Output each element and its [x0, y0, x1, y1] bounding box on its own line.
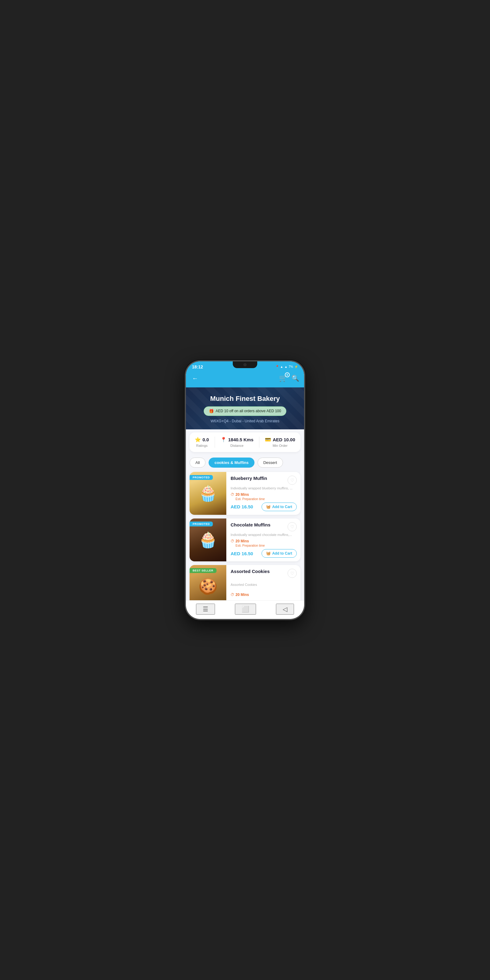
search-button[interactable]: 🔍	[291, 375, 299, 382]
product-info-cookies: Assorted Cookies ♡ Assorted Cookies ⏱ 20…	[226, 565, 301, 600]
notch	[233, 361, 257, 368]
location-icon: 📍	[275, 365, 279, 368]
clock-icon-chocolate: ⏱	[231, 539, 234, 543]
clock-icon-blueberry: ⏱	[231, 492, 234, 497]
back-button[interactable]: ←	[191, 374, 199, 383]
wishlist-button-cookies[interactable]: ♡	[288, 569, 297, 578]
scroll-content[interactable]: Munich Finest Bakery 🎁 AED 10 off on all…	[186, 387, 304, 600]
location-stat-icon: 📍	[221, 437, 227, 442]
prep-mins-chocolate: 20 Mins	[235, 539, 249, 543]
wifi-icon: ▲	[280, 365, 283, 368]
product-image-chocolate: PROMOTED	[189, 519, 226, 562]
battery-text: 7%	[289, 365, 293, 368]
bottom-home-button[interactable]: ⬜	[235, 604, 256, 615]
stats-row: ⭐ 0.0 Ratings 📍 1840.5 Kms Distance	[189, 433, 301, 452]
promo-text: AED 10 off on all orders above AED 100	[216, 409, 281, 413]
gift-icon: 🎁	[209, 409, 214, 414]
product-desc-chocolate: Individually wrapped chocolate muffins,.…	[231, 533, 297, 537]
bakery-title: Munich Finest Bakery	[192, 395, 298, 403]
bottom-back-button[interactable]: ◁	[276, 604, 294, 615]
prep-mins-cookies: 20 Mins	[235, 593, 249, 597]
promoted-badge-chocolate: PROMOTED	[189, 522, 213, 527]
promoted-badge-blueberry: PROMOTED	[189, 475, 213, 480]
product-price-blueberry: AED 16.50	[231, 504, 253, 509]
product-name-cookies: Assorted Cookies	[231, 569, 285, 574]
product-image-cookies: BEST SELLER	[189, 565, 226, 600]
tab-cookies-muffins[interactable]: cookies & Muffins	[208, 458, 254, 468]
cart-badge: 5	[285, 372, 290, 377]
bottom-nav: ☰ ⬜ ◁	[186, 600, 304, 619]
stat-min-order: 💳 AED 10.00 Min Order	[265, 437, 295, 447]
nav-header: ← 🛒 5 🔍	[186, 371, 304, 387]
bottom-menu-button[interactable]: ☰	[196, 604, 215, 615]
product-image-blueberry: PROMOTED	[189, 472, 226, 515]
add-to-cart-label-chocolate: Add to Cart	[272, 551, 292, 555]
product-card-blueberry: PROMOTED Blueberry Muffin ♡ Individually…	[189, 472, 301, 515]
hero-address: W6XG+Q4 - Dubai - United Arab Emirates	[192, 419, 298, 423]
wishlist-button-chocolate[interactable]: ♡	[288, 522, 297, 531]
prep-time-chocolate: ⏱ 20 Mins	[231, 539, 297, 543]
phone-frame: 18:12 📍 ▲ ▲ 7% ⚡ ← 🛒 5 🔍	[185, 361, 305, 620]
product-desc-blueberry: Individually wrapped blueberry muffins, …	[231, 486, 297, 490]
product-bottom-chocolate: AED 16.50 🧺 Add to Cart	[231, 549, 297, 558]
product-card-cookies: BEST SELLER Assorted Cookies ♡ Assorted …	[189, 565, 301, 600]
product-top-cookies: Assorted Cookies ♡	[231, 569, 297, 578]
min-order-label: Min Order	[272, 444, 288, 447]
product-info-blueberry: Blueberry Muffin ♡ Individually wrapped …	[226, 472, 301, 515]
stat-divider-1	[215, 437, 215, 448]
cart-button[interactable]: 🛒 5	[279, 374, 287, 382]
category-tabs: All cookies & Muffins Dessert	[186, 455, 304, 472]
prep-label-chocolate: Esti. Preparation time	[235, 544, 297, 547]
cart-btn-icon-chocolate: 🧺	[266, 551, 271, 555]
distance-label: Distance	[230, 444, 243, 447]
product-card-chocolate: PROMOTED Chocolate Muffins ♡ Individuall…	[189, 519, 301, 562]
prep-mins-blueberry: 20 Mins	[235, 492, 249, 497]
product-desc-cookies: Assorted Cookies	[231, 582, 297, 587]
wishlist-button-blueberry[interactable]: ♡	[288, 476, 297, 485]
promo-pill: 🎁 AED 10 off on all orders above AED 100	[204, 406, 286, 416]
bestseller-badge-cookies: BEST SELLER	[189, 568, 216, 573]
phone-screen: 18:12 📍 ▲ ▲ 7% ⚡ ← 🛒 5 🔍	[186, 361, 304, 619]
stat-divider-2	[259, 437, 259, 448]
prep-time-blueberry: ⏱ 20 Mins	[231, 492, 297, 497]
rating-label: Ratings	[196, 444, 208, 447]
min-order-value: AED 10.00	[272, 437, 295, 442]
wallet-icon: 💳	[265, 437, 271, 442]
product-info-chocolate: Chocolate Muffins ♡ Individually wrapped…	[226, 519, 301, 562]
front-camera	[243, 363, 247, 366]
add-to-cart-button-chocolate[interactable]: 🧺 Add to Cart	[261, 549, 297, 558]
stat-distance: 📍 1840.5 Kms Distance	[221, 437, 254, 447]
prep-label-blueberry: Esti. Preparation time	[235, 497, 297, 501]
product-price-chocolate: AED 16.50	[231, 551, 253, 556]
product-bottom-blueberry: AED 16.50 🧺 Add to Cart	[231, 503, 297, 511]
clock-icon-cookies: ⏱	[231, 593, 234, 597]
product-name-chocolate: Chocolate Muffins	[231, 522, 285, 527]
product-name-blueberry: Blueberry Muffin	[231, 476, 285, 481]
distance-value: 1840.5 Kms	[228, 437, 254, 442]
battery-icon: ⚡	[294, 365, 298, 368]
cart-btn-icon-blueberry: 🧺	[266, 505, 271, 509]
tab-all[interactable]: All	[189, 458, 205, 468]
rating-value: 0.0	[202, 437, 209, 442]
hero-banner: Munich Finest Bakery 🎁 AED 10 off on all…	[186, 387, 304, 430]
tab-dessert[interactable]: Dessert	[258, 458, 283, 468]
product-top-blueberry: Blueberry Muffin ♡	[231, 476, 297, 485]
star-icon: ⭐	[195, 437, 201, 442]
nav-right-icons: 🛒 5 🔍	[279, 374, 299, 382]
add-to-cart-label-blueberry: Add to Cart	[272, 505, 292, 509]
add-to-cart-button-blueberry[interactable]: 🧺 Add to Cart	[261, 503, 297, 511]
signal-icon: ▲	[285, 365, 288, 368]
stat-rating: ⭐ 0.0 Ratings	[195, 437, 209, 447]
product-top-chocolate: Chocolate Muffins ♡	[231, 522, 297, 531]
status-time: 18:12	[192, 364, 203, 369]
status-icons: 📍 ▲ ▲ 7% ⚡	[275, 365, 298, 368]
prep-time-cookies: ⏱ 20 Mins	[231, 593, 297, 597]
